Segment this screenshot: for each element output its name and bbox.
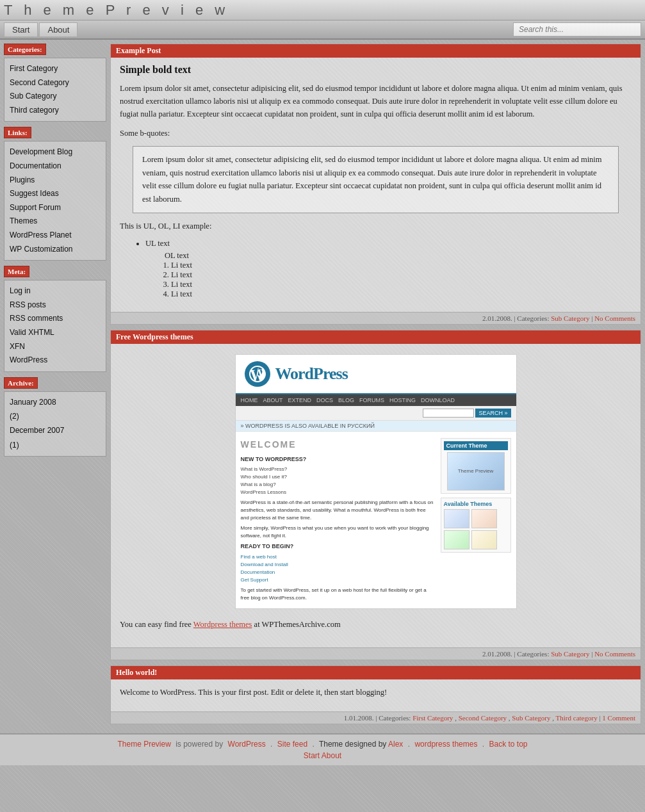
post-hello-cat-4[interactable]: Third category [556, 714, 598, 722]
post-hello-title: Hello world! [116, 668, 157, 678]
footer-wp-themes-link[interactable]: wordpress themes [414, 740, 477, 749]
post-example-footer-right: 2.01.2008. | Categories: Sub Category | … [482, 314, 635, 322]
sidebar-item-first-category[interactable]: First Category [10, 62, 101, 76]
sidebar-link-suggest[interactable]: Suggest Ideas [10, 187, 101, 201]
sidebar-link-wpplanet[interactable]: WordPress Planet [10, 229, 101, 243]
sidebar-meta-block: Log in RSS posts RSS comments Valid XHTM… [4, 280, 106, 372]
wp-current-theme-label: Current Theme [444, 441, 508, 450]
sidebar-archive-header: Archive: [4, 377, 106, 391]
wp-theme-thumb-3 [444, 530, 469, 549]
wp-theme-thumb-1 [444, 509, 469, 528]
sidebar-meta-xhtml[interactable]: Valid XHTML [10, 326, 101, 340]
sidebar-link-plugins[interactable]: Plugins [10, 174, 101, 188]
post-example-cat-link[interactable]: Sub Category [551, 314, 589, 322]
footer: Theme Preview is powered by WordPress . … [0, 733, 645, 765]
wp-search-button[interactable]: SEARCH » [475, 409, 510, 418]
nav-start[interactable]: Start [4, 22, 38, 37]
post-example-lists: UL text OL text Li text Li text Li text … [133, 239, 619, 299]
post-wp-footer-right: 2.01.2008. | Categories: Sub Category | … [482, 650, 635, 658]
wp-new-item-3: What is a blog? [241, 481, 434, 489]
post-hello-cat-1[interactable]: First Category [412, 714, 453, 722]
footer-alex-link[interactable]: Alex [388, 740, 403, 749]
wp-new-item-2: Who should I use it? [241, 473, 434, 481]
sidebar-categories-header: Categories: [4, 44, 106, 58]
sidebar-meta-rssposts[interactable]: RSS posts [10, 298, 101, 313]
archive-dec2007-count: (1) [10, 441, 19, 450]
site-title: T h e m e P r e v i e w [4, 2, 641, 19]
sidebar-item-third-category[interactable]: Third category [10, 104, 101, 118]
footer-back-to-top[interactable]: Back to top [489, 740, 527, 749]
wp-ready-4: Get Support [241, 576, 434, 584]
nav-about[interactable]: About [39, 22, 78, 37]
wp-theme-thumb-2 [471, 509, 497, 528]
sidebar-meta-wordpress[interactable]: WordPress [10, 353, 101, 368]
post-example-blockquote-text: Lorem ipsum dolor sit amet, consectetur … [142, 155, 602, 204]
sidebar-links-block: Development Blog Documentation Plugins S… [4, 141, 106, 261]
footer-bottom-about[interactable]: About [322, 751, 341, 760]
post-hello-cat-2[interactable]: Second Category [459, 714, 507, 722]
archive-jan2008-link[interactable]: January 2008 [10, 396, 101, 410]
post-wp-themes-text: You can easy find free Wordpress themes … [120, 618, 632, 631]
sidebar-link-documentation[interactable]: Documentation [10, 159, 101, 174]
footer-wordpress-link[interactable]: WordPress [228, 740, 266, 749]
wp-welcome-p2: More simply, WordPress is what you use w… [241, 524, 434, 540]
wp-screenshot-logo: WordPress [275, 364, 348, 384]
sidebar-meta-xfn[interactable]: XFN [10, 340, 101, 354]
post-example-blockquote: Lorem ipsum dolor sit amet, consectetur … [133, 146, 619, 213]
post-wp-no-comments[interactable]: No Comments [594, 650, 635, 658]
post-example: Example Post Simple bold text Lorem ipsu… [110, 44, 641, 325]
content-area: Example Post Simple bold text Lorem ipsu… [110, 44, 641, 729]
sidebar-link-wpcustom[interactable]: WP Customization [10, 243, 101, 257]
post-hello-text: Welcome to WordPress. This is your first… [120, 686, 632, 699]
post-hello-comments[interactable]: 1 Comment [602, 714, 635, 722]
sidebar-item-second-category[interactable]: Second Category [10, 76, 101, 90]
wp-notice: » WORDPRESS IS ALSO AVAILABLE IN РУССКИЙ [236, 421, 516, 432]
categories-label: Categories: [4, 44, 46, 55]
post-hello-header: Hello world! [111, 666, 641, 679]
post-wp-themes-body: WordPress HOME ABOUT EXTEND DOCS BLOG FO… [111, 344, 641, 647]
sidebar-item-sub-category[interactable]: Sub Category [10, 90, 101, 104]
post-example-list-label: This is UL, OL, LI example: [120, 220, 632, 232]
nav-links: Start About [4, 22, 78, 37]
footer-theme-preview-link[interactable]: Theme Preview [117, 740, 170, 749]
archive-dec2007-link[interactable]: December 2007 [10, 424, 101, 438]
post-wp-cat-link[interactable]: Sub Category [551, 650, 589, 658]
sidebar-meta-login[interactable]: Log in [10, 284, 101, 298]
post-example-li-1: Li text [171, 261, 619, 270]
sidebar-link-support[interactable]: Support Forum [10, 201, 101, 215]
wp-nav-download: DOWNLOAD [421, 397, 455, 403]
wp-nav-about: ABOUT [263, 397, 283, 403]
post-hello-cat-3[interactable]: Sub Category [512, 714, 550, 722]
post-example-body: Simple bold text Lorem ipsum dolor sit a… [111, 58, 641, 312]
footer-site-feed-link[interactable]: Site feed [277, 740, 307, 749]
post-wp-themes-header: Free Wordpress themes [111, 330, 641, 344]
meta-label: Meta: [4, 266, 29, 277]
sidebar-meta-header: Meta: [4, 266, 106, 280]
sidebar-link-themes[interactable]: Themes [10, 215, 101, 229]
post-hello-world: Hello world! Welcome to WordPress. This … [110, 665, 641, 724]
wp-search-input[interactable] [423, 409, 474, 418]
sidebar-meta-rsscomments[interactable]: RSS comments [10, 312, 101, 326]
wp-theme-thumb-4 [471, 530, 497, 549]
footer-main-line: Theme Preview is powered by WordPress . … [5, 740, 640, 749]
post-hello-date: 1.01.2008. [344, 714, 374, 722]
post-wp-themes: Free Wordpress themes WordPress [110, 330, 641, 660]
post-example-bquote-label: Some b-quotes: [120, 127, 632, 140]
footer-bottom-start[interactable]: Start [304, 751, 320, 760]
post-example-no-comments[interactable]: No Comments [594, 314, 635, 322]
post-hello-footer: 1.01.2008. | Categories: First Category … [111, 711, 641, 724]
sidebar-archive-block: January 2008 (2) December 2007 (1) [4, 391, 106, 457]
archive-jan2008-count: (2) [10, 412, 19, 421]
wp-ready-2: Download and Install [241, 561, 434, 569]
search-area [513, 22, 641, 37]
wp-new-section: NEW TO WORDPRESS? What is WordPress? Who… [241, 455, 434, 497]
sidebar-link-devblog[interactable]: Development Blog [10, 145, 101, 159]
footer-designed-by: Theme designed by [319, 740, 386, 749]
post-example-li-4: Li text [171, 289, 619, 299]
wp-nav-hosting: HOSTING [389, 397, 416, 403]
wp-theme-preview: Theme Preview [447, 452, 505, 491]
wp-ready-title: READY TO BEGIN? [241, 542, 434, 551]
search-input[interactable] [513, 22, 641, 37]
post-wp-themes-link[interactable]: Wordpress themes [193, 620, 252, 629]
main-layout: Categories: First Category Second Catego… [0, 40, 645, 733]
